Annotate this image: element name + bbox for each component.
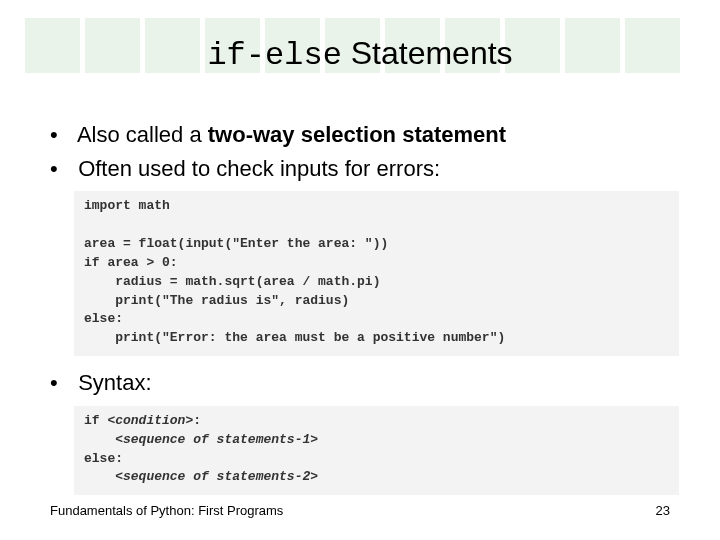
bullet-1-bold: two-way selection statement [208,122,506,147]
slide-body: Also called a two-way selection statemen… [50,120,670,507]
bullet-1-pre: Also called a [77,122,208,147]
title-mono: if-else [207,37,341,74]
title-rest: Statements [342,35,513,71]
bullet-3: Syntax: [50,368,670,398]
bullet-2-text: Often used to check inputs for errors: [78,156,440,181]
bullet-2: Often used to check inputs for errors: [50,154,670,184]
c2-l1a: if [84,413,107,428]
bullet-3-text: Syntax: [78,370,151,395]
header-band: if-else Statements [0,0,720,95]
code-block-2: if <condition>: <sequence of statements-… [74,406,679,495]
c2-l2: <sequence of statements-1> [84,432,318,447]
footer-left: Fundamentals of Python: First Programs [50,503,283,518]
c2-l3: else: [84,451,123,466]
slide: if-else Statements Also called a two-way… [0,0,720,540]
code-block-1: import math area = float(input("Enter th… [74,191,679,356]
footer-page-number: 23 [656,503,670,518]
c2-l4: <sequence of statements-2> [84,469,318,484]
page-title: if-else Statements [0,35,720,74]
c2-l1c: : [193,413,201,428]
c2-l1b: <condition> [107,413,193,428]
bullet-1: Also called a two-way selection statemen… [50,120,670,150]
